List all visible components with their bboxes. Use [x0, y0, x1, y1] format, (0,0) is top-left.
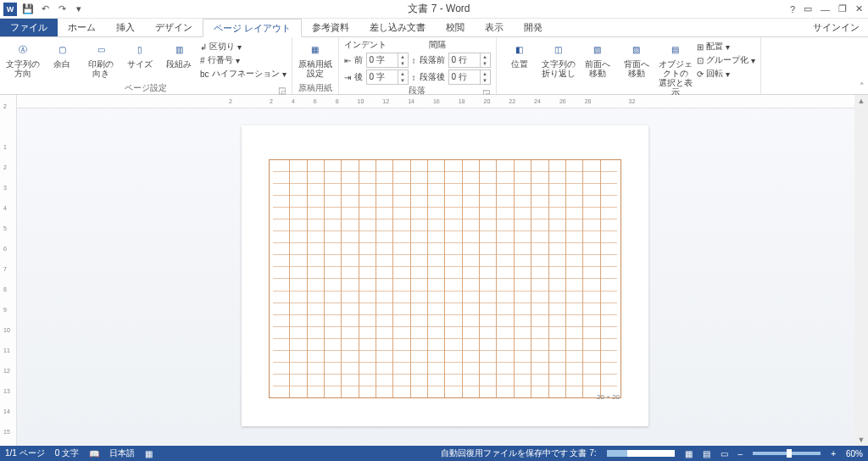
- breaks-icon: ↲: [200, 42, 207, 52]
- tab-mailings[interactable]: 差し込み文書: [359, 19, 436, 36]
- text-direction-icon: Ⓐ: [14, 41, 31, 58]
- qat-dropdown-icon[interactable]: ▾: [73, 3, 85, 15]
- document-workspace: 2123456789101112131415 22468101214161820…: [0, 95, 868, 446]
- page: 20 × 20: [242, 125, 648, 426]
- tab-home[interactable]: ホーム: [58, 19, 106, 36]
- macro-icon[interactable]: ▦: [145, 449, 153, 458]
- group-page-setup: Ⓐ文字列の 方向 ▢余白 ▭印刷の 向き ▯サイズ ▥段組み ↲区切り▾ #行番…: [0, 37, 292, 94]
- window-title: 文書 7 - Word: [88, 2, 790, 16]
- position-icon: ◧: [511, 41, 528, 58]
- view-read-mode-icon[interactable]: ▤: [703, 449, 710, 458]
- group-genkou: ▦原稿用紙 設定 原稿用紙: [292, 37, 339, 94]
- tab-references[interactable]: 参考資料: [302, 19, 359, 36]
- group-button[interactable]: ⊡グループ化▾: [697, 54, 755, 66]
- group-paragraph: インデント 間隔 ⇤前 0 字▲▼ ↕段落前 0 行▲▼ ⇥後 0 字▲▼ ↕段…: [339, 37, 497, 94]
- language[interactable]: 日本語: [109, 447, 135, 459]
- spacing-after-icon: ↕: [412, 73, 416, 82]
- scroll-down-icon[interactable]: ▼: [858, 436, 865, 444]
- tab-insert[interactable]: 挿入: [106, 19, 145, 36]
- tab-file[interactable]: ファイル: [0, 19, 58, 36]
- status-bar: 1/1 ページ 0 文字 📖 日本語 ▦ 自動回復用ファイルを保存中です 文書 …: [0, 446, 868, 461]
- view-print-layout-icon[interactable]: ▦: [685, 449, 693, 458]
- wrap-text-icon: ◫: [550, 41, 567, 58]
- orientation-button[interactable]: ▭印刷の 向き: [83, 39, 119, 78]
- group-objects-icon: ⊡: [697, 56, 704, 65]
- line-numbers-button[interactable]: #行番号▾: [200, 54, 287, 66]
- wrap-text-button[interactable]: ◫文字列の 折り返し: [541, 39, 576, 78]
- page-setup-launcher-icon[interactable]: ◲: [278, 86, 287, 94]
- hyphenation-icon: bc: [200, 69, 209, 79]
- text-direction-button[interactable]: Ⓐ文字列の 方向: [5, 39, 41, 78]
- tab-page-layout[interactable]: ページ レイアウト: [203, 19, 302, 37]
- rotate-button[interactable]: ⟳回転▾: [697, 68, 755, 80]
- genkou-size-label: 20 × 20: [597, 393, 620, 401]
- word-app-icon[interactable]: W: [3, 3, 17, 16]
- tab-view[interactable]: 表示: [475, 19, 514, 36]
- indent-left-spinner[interactable]: 0 字▲▼: [366, 53, 409, 68]
- spacing-after-spinner[interactable]: 0 行▲▼: [448, 69, 491, 85]
- tab-developer[interactable]: 開発: [514, 19, 553, 36]
- genkou-grid: [269, 159, 621, 398]
- vertical-scrollbar[interactable]: ▲ ▼: [854, 95, 868, 446]
- size-icon: ▯: [131, 41, 148, 58]
- bring-forward-icon: ▧: [589, 41, 606, 58]
- spacing-before-spinner[interactable]: 0 行▲▼: [448, 53, 491, 68]
- window-controls: ? ▭ — ❐ ✕: [790, 3, 868, 14]
- send-backward-button[interactable]: ▨背面へ 移動: [619, 39, 654, 78]
- tab-design[interactable]: デザイン: [145, 19, 203, 36]
- columns-button[interactable]: ▥段組み: [161, 39, 197, 69]
- tab-review[interactable]: 校閲: [436, 19, 475, 36]
- saving-status: 自動回復用ファイルを保存中です 文書 7:: [441, 447, 597, 459]
- sign-in-link[interactable]: サインイン: [804, 19, 868, 36]
- ribbon-tabs: ファイル ホーム 挿入 デザイン ページ レイアウト 参考資料 差し込み文書 校…: [0, 19, 868, 37]
- breaks-button[interactable]: ↲区切り▾: [200, 41, 287, 53]
- margins-button[interactable]: ▢余白: [44, 39, 80, 69]
- vertical-ruler[interactable]: 2123456789101112131415: [0, 95, 17, 446]
- title-bar: W 💾 ↶ ↷ ▾ 文書 7 - Word ? ▭ — ❐ ✕: [0, 0, 868, 19]
- line-numbers-icon: #: [200, 56, 205, 65]
- genkou-icon: ▦: [307, 41, 324, 58]
- position-button[interactable]: ◧位置: [502, 39, 537, 69]
- hyphenation-button[interactable]: bcハイフネーション▾: [200, 68, 287, 80]
- document-area[interactable]: 20 × 20: [17, 108, 868, 446]
- align-button[interactable]: ⊞配置▾: [697, 41, 755, 53]
- page-setup-label: ページ設定: [125, 83, 167, 92]
- genkou-label: 原稿用紙: [298, 82, 333, 94]
- ribbon-display-options-icon[interactable]: ▭: [804, 3, 812, 14]
- genkou-settings-button[interactable]: ▦原稿用紙 設定: [298, 39, 333, 78]
- bring-forward-button[interactable]: ▧前面へ 移動: [580, 39, 615, 78]
- group-arrange: ◧位置 ◫文字列の 折り返し ▧前面へ 移動 ▨背面へ 移動 ▤オブジェクトの …: [497, 37, 761, 94]
- size-button[interactable]: ▯サイズ: [122, 39, 158, 69]
- spacing-before-icon: ↕: [412, 56, 416, 65]
- redo-icon[interactable]: ↷: [56, 3, 68, 15]
- ribbon: Ⓐ文字列の 方向 ▢余白 ▭印刷の 向き ▯サイズ ▥段組み ↲区切り▾ #行番…: [0, 37, 868, 95]
- maximize-icon[interactable]: ❐: [838, 3, 847, 14]
- align-icon: ⊞: [697, 42, 704, 52]
- horizontal-ruler[interactable]: 224681012141618202224262832: [17, 95, 868, 108]
- scroll-up-icon[interactable]: ▲: [858, 97, 865, 105]
- indent-left-icon: ⇤: [344, 56, 351, 65]
- quick-access-toolbar: W 💾 ↶ ↷ ▾: [0, 3, 88, 16]
- collapse-ribbon-icon[interactable]: ˄: [860, 81, 865, 92]
- proofing-icon[interactable]: 📖: [89, 449, 99, 458]
- zoom-in-button[interactable]: +: [831, 449, 836, 458]
- close-icon[interactable]: ✕: [855, 3, 863, 14]
- help-icon[interactable]: ?: [790, 4, 795, 14]
- send-backward-icon: ▨: [628, 41, 645, 58]
- word-count[interactable]: 0 文字: [55, 447, 79, 459]
- indent-right-spinner[interactable]: 0 字▲▼: [366, 69, 409, 85]
- view-web-layout-icon[interactable]: ▭: [721, 449, 728, 458]
- minimize-icon[interactable]: —: [821, 4, 830, 14]
- zoom-slider[interactable]: [753, 452, 821, 455]
- paragraph-label: 段落: [409, 86, 426, 95]
- zoom-level[interactable]: 60%: [846, 449, 863, 458]
- orientation-icon: ▭: [92, 41, 109, 58]
- page-count[interactable]: 1/1 ページ: [5, 447, 45, 459]
- selection-pane-button[interactable]: ▤オブジェクトの 選択と表示: [658, 39, 693, 97]
- saving-progress: [607, 450, 675, 457]
- indent-title: インデント: [344, 39, 387, 51]
- zoom-out-button[interactable]: –: [738, 449, 743, 458]
- margins-icon: ▢: [53, 41, 70, 58]
- undo-icon[interactable]: ↶: [39, 3, 51, 15]
- save-icon[interactable]: 💾: [22, 3, 34, 15]
